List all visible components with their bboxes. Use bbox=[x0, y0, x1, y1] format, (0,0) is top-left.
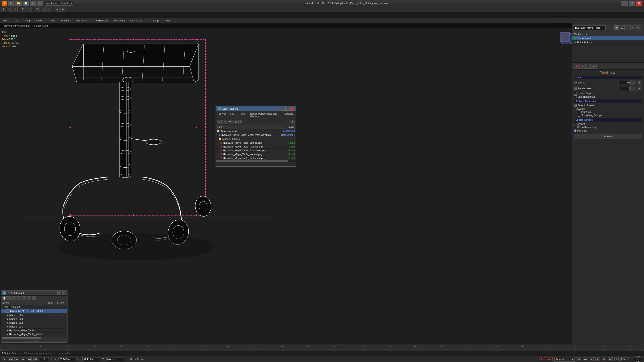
layers-header-controls[interactable]: ? ✕ bbox=[57, 291, 66, 295]
add-time-tag-area[interactable]: Add Time Tag bbox=[633, 357, 642, 361]
asset-menu-options[interactable]: Options bbox=[284, 112, 294, 118]
modifier-item-epoly[interactable]: Editable Poly bbox=[572, 40, 644, 45]
layers-help-btn[interactable]: ? bbox=[57, 291, 62, 295]
snap-btn[interactable]: ⊞ bbox=[35, 7, 40, 12]
update-btn[interactable]: Update bbox=[574, 134, 642, 139]
layer-add-btn[interactable]: + bbox=[12, 296, 16, 301]
mod-delete-btn[interactable]: ✕ bbox=[591, 64, 596, 68]
layer-item-default[interactable]: ▸ 0 (default) — — bbox=[1, 305, 67, 309]
workspace-dropdown[interactable]: Workspace: Default bbox=[45, 1, 73, 6]
hierarchy-btn[interactable]: ☰ bbox=[620, 25, 624, 30]
render-iters-down[interactable]: ▼ bbox=[637, 86, 642, 91]
scale-btn[interactable]: ⤢ bbox=[13, 7, 18, 12]
layer-new-btn[interactable]: 📄 bbox=[2, 296, 6, 301]
go-start-right-btn[interactable]: |◀ bbox=[576, 357, 581, 361]
asset-window-controls[interactable]: — □ ✕ bbox=[281, 107, 294, 110]
save-btn[interactable]: 💾 bbox=[22, 1, 29, 6]
z-coord-field[interactable] bbox=[106, 357, 124, 361]
key-filters-btn[interactable]: Key Filters... bbox=[614, 357, 631, 361]
layer-item-metal[interactable]: ▸ Hydraulic_Mayo_Table_Metal — — bbox=[1, 309, 67, 313]
close-btn[interactable]: ✕ bbox=[636, 1, 642, 6]
asset-item-maps-folder[interactable]: 📁 Maps / Shaders bbox=[216, 137, 296, 141]
asset-item-glossiness[interactable]: 🖼 Hydraulic_Mayo_Table_Glossiness.png Fo… bbox=[216, 149, 296, 152]
smoothing-groups-check[interactable] bbox=[578, 114, 580, 117]
layer-item-wheels005[interactable]: ◆ Wheels_005 — — bbox=[1, 313, 67, 317]
asset-maximize-btn[interactable]: □ bbox=[285, 107, 290, 110]
next-frame-right-btn[interactable]: ▶ bbox=[602, 357, 606, 361]
menu-tools[interactable]: Tools bbox=[12, 19, 19, 22]
y-coord-field[interactable] bbox=[82, 357, 100, 361]
menu-modifiers[interactable]: Modifiers bbox=[60, 19, 72, 22]
menu-views[interactable]: Views bbox=[35, 19, 43, 22]
menu-customize[interactable]: Customize bbox=[130, 19, 143, 22]
layer-expand-btn[interactable]: ⊞ bbox=[32, 296, 36, 301]
asset-item-maxfile[interactable]: ◼ Hydraulic_Mayo_Table_Metal_max_vray.ma… bbox=[216, 133, 296, 137]
layer-item-wheels004[interactable]: ◆ Wheels_004 — — bbox=[1, 317, 67, 321]
next-frame-btn[interactable]: ▶| bbox=[34, 357, 38, 361]
prev-frame-btn[interactable]: ◀ bbox=[14, 357, 19, 361]
render-btn[interactable]: ▶ bbox=[60, 7, 66, 12]
mod-move-down-btn[interactable]: ▼ bbox=[585, 64, 591, 68]
layer-item-wheels001[interactable]: ◆ Wheels_001 — — bbox=[1, 325, 67, 329]
motion-btn[interactable]: ◎ bbox=[625, 25, 630, 30]
asset-strip-btn[interactable]: ⬚ bbox=[222, 120, 227, 124]
layer-down-btn[interactable]: ▼ bbox=[27, 296, 32, 301]
auto-key-btn[interactable]: Auto Key bbox=[539, 357, 552, 361]
always-radio[interactable] bbox=[574, 123, 576, 125]
menu-help[interactable]: Help bbox=[164, 19, 171, 22]
go-end-right-btn[interactable]: ▶| bbox=[608, 357, 612, 361]
asset-menu-paths[interactable]: Paths bbox=[238, 112, 246, 118]
when-rendering-radio[interactable] bbox=[574, 126, 576, 128]
layer-item-hmt[interactable]: ◆ Hydraulic_Mayo_Table — — bbox=[1, 329, 67, 333]
asset-item-vault[interactable]: 📁 Autodesk Vault Logged Out bbox=[216, 129, 296, 133]
iterations-value[interactable] bbox=[618, 81, 630, 84]
asset-menu-bitmap[interactable]: Bitmap Performance and Memory bbox=[249, 112, 281, 118]
select-btn[interactable]: ⬚ bbox=[21, 7, 26, 12]
redo-btn[interactable]: ↪ bbox=[37, 1, 43, 6]
menu-maxscript[interactable]: MAXScript bbox=[147, 19, 160, 22]
menu-create[interactable]: Create bbox=[47, 19, 56, 22]
window-controls[interactable]: — □ ✕ bbox=[622, 1, 642, 6]
prev-frame-right-btn[interactable]: ◀ bbox=[589, 357, 594, 361]
align-btn[interactable]: ≡ bbox=[46, 7, 52, 12]
asset-settings-btn[interactable]: ⚙ bbox=[290, 120, 295, 124]
layer-up-btn[interactable]: ▲ bbox=[22, 296, 26, 301]
asset-menu-file[interactable]: File bbox=[229, 112, 235, 118]
materials-check[interactable] bbox=[578, 110, 580, 113]
mirror-btn[interactable]: ⇔ bbox=[41, 7, 46, 12]
isoline-check[interactable] bbox=[574, 92, 577, 94]
selected-dropdown[interactable]: Selected bbox=[554, 357, 575, 362]
layers-close-btn[interactable]: ✕ bbox=[62, 291, 66, 295]
maximize-btn[interactable]: □ bbox=[629, 1, 635, 6]
object-name-field[interactable] bbox=[574, 25, 606, 30]
menu-rendering[interactable]: Rendering bbox=[113, 19, 126, 22]
title-controls[interactable]: □ 📂 💾 ↩ ↪ bbox=[8, 1, 43, 6]
layer-select-btn[interactable]: ⬚ bbox=[17, 296, 22, 301]
go-start-btn[interactable]: |◀ bbox=[2, 357, 6, 361]
pin-btn[interactable]: 📌 bbox=[574, 64, 579, 68]
layers-scrollbar[interactable] bbox=[2, 337, 66, 339]
prev-key-right-btn[interactable]: ◀◀ bbox=[583, 357, 587, 361]
viewport-canvas[interactable] bbox=[0, 23, 572, 344]
play-right-btn[interactable]: ▶ bbox=[596, 357, 600, 361]
asset-refresh-btn[interactable]: ↻ bbox=[217, 120, 222, 124]
display-btn[interactable]: 👁 bbox=[630, 25, 636, 30]
iterations-down[interactable]: ▼ bbox=[637, 80, 642, 85]
iterations-up[interactable]: ▲ bbox=[630, 80, 636, 85]
menu-group[interactable]: Group bbox=[23, 19, 32, 22]
modifier-item-turbosm[interactable]: TurboSmooth bbox=[572, 36, 644, 40]
prev-key-btn[interactable]: ◀◀ bbox=[8, 357, 13, 361]
mod-move-up-btn[interactable]: ▲ bbox=[580, 64, 585, 68]
minimize-btn[interactable]: — bbox=[622, 1, 628, 6]
menu-graph-editors[interactable]: Graph Editors bbox=[92, 19, 109, 22]
play-all-btn[interactable]: ▶▶ bbox=[27, 357, 32, 361]
viewport[interactable]: [+] [Perspective] [Shaded + Edged Faces]… bbox=[0, 23, 572, 344]
layer-item-wheels002[interactable]: ◆ Wheels_002 — — bbox=[1, 321, 67, 325]
x-coord-field[interactable] bbox=[58, 357, 76, 361]
asset-minimize-btn[interactable]: — bbox=[281, 107, 285, 110]
lasso-btn[interactable]: ◌ bbox=[27, 7, 32, 12]
explicit-normals-check[interactable] bbox=[574, 95, 577, 98]
play-btn[interactable]: ▶ bbox=[21, 357, 25, 361]
asset-item-diffuse[interactable]: 🖼 Hydraulic_Mayo_Table_Diffuse.png Found bbox=[216, 141, 296, 145]
modify-btn[interactable]: ⚙ bbox=[614, 25, 619, 30]
